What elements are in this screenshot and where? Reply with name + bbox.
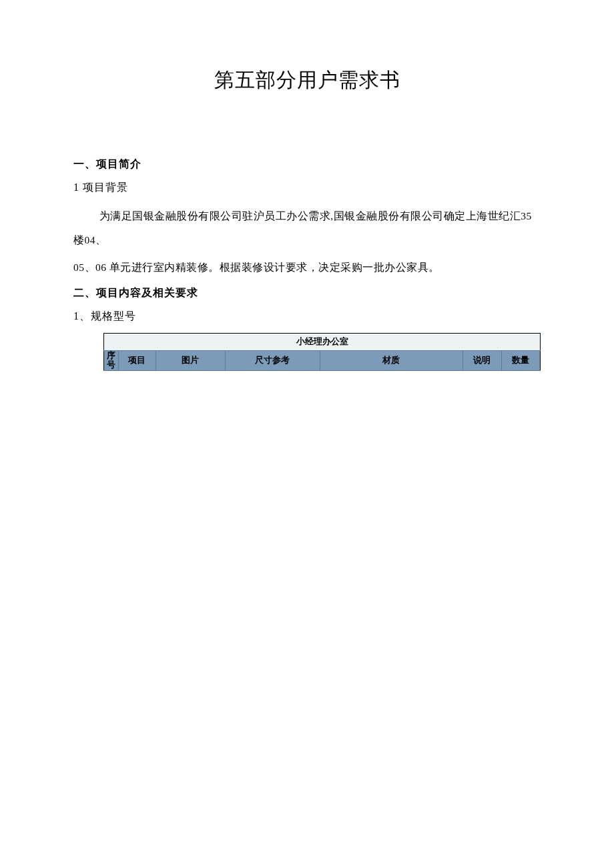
paragraph-line-1: 为满足国银金融股份有限公司驻沪员工办公需求,国银金融股份有限公司确定上海世纪汇3… bbox=[73, 204, 541, 252]
spec-table: 小经理办公室 序号 项目 图片 尺寸参考 材质 说明 数量 bbox=[103, 333, 541, 371]
section-1-sub: 1 项目背景 bbox=[73, 181, 541, 195]
section-2-heading: 二、项目内容及相关要求 bbox=[73, 286, 541, 300]
col-item: 项目 bbox=[118, 350, 156, 370]
section-1-heading: 一、项目简介 bbox=[73, 157, 541, 171]
page-title: 第五部分用户需求书 bbox=[73, 67, 541, 94]
table-title-row: 小经理办公室 bbox=[104, 333, 541, 350]
col-material: 材质 bbox=[320, 350, 463, 370]
table-header-row: 序号 项目 图片 尺寸参考 材质 说明 数量 bbox=[104, 350, 541, 370]
col-size: 尺寸参考 bbox=[225, 350, 320, 370]
col-seq: 序号 bbox=[104, 350, 119, 370]
col-qty: 数量 bbox=[501, 350, 540, 370]
table-title-cell: 小经理办公室 bbox=[104, 333, 541, 350]
spec-table-wrap: 小经理办公室 序号 项目 图片 尺寸参考 材质 说明 数量 bbox=[73, 333, 541, 371]
document-page: 第五部分用户需求书 一、项目简介 1 项目背景 为满足国银金融股份有限公司驻沪员… bbox=[0, 0, 614, 371]
col-pic: 图片 bbox=[156, 350, 225, 370]
paragraph-line-2: 05、06 单元进行室内精装修。根据装修设计要求，决定采购一批办公家具。 bbox=[73, 256, 541, 280]
col-desc: 说明 bbox=[463, 350, 501, 370]
section-2-sub: 1、规格型号 bbox=[73, 310, 541, 324]
